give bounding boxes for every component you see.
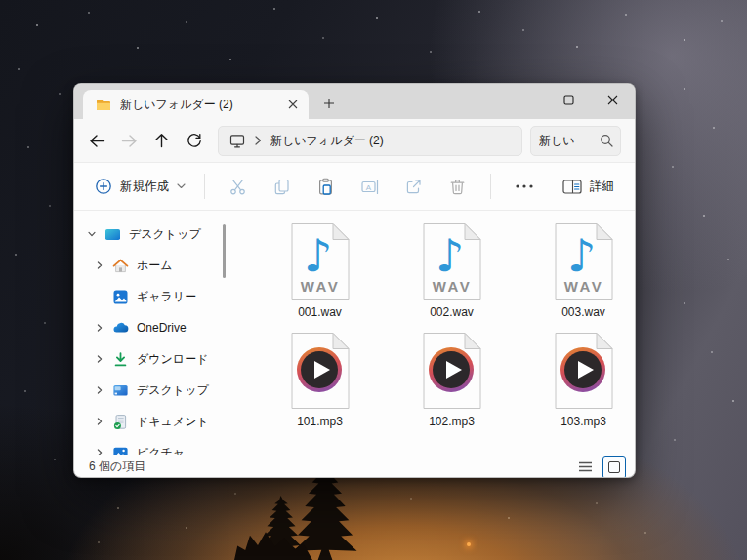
sidebar-item-documents[interactable]: ドキュメント (74, 406, 228, 437)
sidebar-item-desktop[interactable]: デスクトップ (74, 375, 228, 406)
file-name: 003.wav (561, 305, 605, 319)
files-grid: ♪ WAV 001.wav ♪ WAV (254, 222, 635, 428)
desktop-folder-icon (112, 382, 129, 399)
sidebar-item-downloads[interactable]: ダウンロード (74, 343, 228, 375)
window-controls (503, 84, 635, 116)
documents-icon (112, 414, 129, 430)
breadcrumb: 新しいフォルダー (2) (270, 133, 384, 149)
svg-text:A: A (365, 182, 371, 191)
wav-file-icon: ♪ WAV (421, 222, 483, 300)
svg-text:WAV: WAV (563, 278, 603, 295)
rename-button[interactable]: A (348, 169, 392, 204)
delete-button[interactable] (436, 169, 479, 204)
chevron-right-icon[interactable] (95, 385, 104, 395)
chevron-right-icon[interactable] (95, 417, 104, 426)
star-field (0, 0, 2, 2)
chevron-right-icon[interactable] (95, 260, 104, 270)
file-name: 002.wav (430, 305, 474, 319)
file-item-mp3[interactable]: 102.mp3 (386, 332, 518, 428)
sidebar-item-label: デスクトップ (137, 382, 209, 399)
bright-star (467, 542, 471, 546)
svg-text:WAV: WAV (300, 278, 340, 295)
file-list-area: ♪ WAV 001.wav ♪ WAV (228, 211, 635, 455)
details-pane-icon (562, 179, 582, 195)
chevron-down-icon[interactable] (87, 229, 97, 239)
file-name: 001.wav (298, 305, 342, 319)
forward-button[interactable] (113, 126, 145, 156)
navigation-bar: 新しいフォルダー (2) (74, 119, 635, 162)
navigation-sidebar: デスクトップ ホーム ギャラリー (74, 211, 228, 455)
refresh-button[interactable] (178, 126, 210, 156)
svg-text:♪: ♪ (436, 229, 464, 282)
circle-plus-icon (95, 178, 112, 195)
home-icon (112, 258, 129, 274)
sidebar-item-pictures[interactable]: ピクチャ (74, 437, 228, 455)
explorer-window: 新しいフォルダー (2) (73, 83, 636, 478)
new-button-label: 新規作成 (120, 179, 169, 195)
large-icons-view-icon (608, 461, 620, 473)
chevron-right-icon[interactable] (95, 448, 104, 455)
file-item-wav[interactable]: ♪ WAV 002.wav (386, 222, 518, 319)
tab-bar: 新しいフォルダー (2) (74, 84, 635, 119)
copy-button[interactable] (260, 169, 304, 204)
search-box[interactable] (530, 126, 621, 156)
up-button[interactable] (145, 126, 178, 156)
this-pc-icon (229, 134, 245, 148)
minimize-button[interactable] (503, 84, 547, 116)
details-view-button[interactable]: 詳細 (555, 173, 622, 201)
sidebar-item-label: ギャラリー (137, 289, 196, 305)
sidebar-item-onedrive[interactable]: OneDrive (74, 312, 228, 343)
toolbar-separator (204, 174, 205, 199)
wav-file-icon: ♪ WAV (553, 222, 615, 300)
view-toggle-group (574, 456, 626, 479)
address-bar[interactable]: 新しいフォルダー (2) (218, 126, 522, 156)
close-tab-icon[interactable] (283, 96, 302, 114)
downloads-icon (112, 351, 129, 368)
sidebar-item-label: デスクトップ (129, 226, 201, 243)
share-button[interactable] (392, 169, 436, 204)
content-area: デスクトップ ホーム ギャラリー (74, 211, 635, 455)
paste-button[interactable] (304, 169, 348, 204)
chevron-right-icon[interactable] (95, 354, 104, 364)
cut-button[interactable] (216, 169, 260, 204)
large-icons-view-button[interactable] (602, 456, 626, 479)
status-bar: 6 個の項目 (74, 455, 635, 478)
svg-text:♪: ♪ (567, 229, 596, 282)
more-options-button[interactable] (502, 169, 546, 204)
mp3-file-icon (289, 332, 352, 410)
desktop-monitor-icon (104, 226, 121, 243)
file-name: 101.mp3 (297, 415, 343, 428)
svg-text:♪: ♪ (304, 229, 332, 282)
sidebar-scrollbar[interactable] (223, 224, 226, 278)
sidebar-item-label: ホーム (137, 258, 173, 274)
sidebar-item-label: ピクチャ (137, 445, 185, 456)
onedrive-cloud-icon (112, 320, 129, 337)
search-icon (600, 134, 613, 147)
explorer-tab[interactable]: 新しいフォルダー (2) (83, 90, 309, 119)
file-item-wav[interactable]: ♪ WAV 003.wav (518, 222, 635, 319)
toolbar-separator (490, 174, 491, 199)
file-name: 103.mp3 (560, 415, 606, 428)
sidebar-item-home[interactable]: ホーム (74, 250, 228, 281)
close-window-button[interactable] (591, 84, 635, 116)
details-button-label: 詳細 (590, 179, 614, 195)
file-item-mp3[interactable]: 103.mp3 (518, 332, 635, 428)
sidebar-item-desktop-top[interactable]: デスクトップ (74, 219, 228, 250)
maximize-button[interactable] (547, 84, 591, 116)
details-list-view-button[interactable] (574, 457, 596, 478)
command-toolbar: 新規作成 A (74, 162, 635, 211)
chevron-right-icon[interactable] (95, 323, 104, 333)
new-button[interactable]: 新規作成 (87, 171, 193, 202)
file-item-wav[interactable]: ♪ WAV 001.wav (254, 222, 386, 319)
sidebar-item-label: ドキュメント (137, 414, 209, 430)
sidebar-item-gallery[interactable]: ギャラリー (74, 281, 228, 312)
pictures-icon (112, 445, 129, 456)
tab-title: 新しいフォルダー (2) (120, 97, 274, 113)
file-item-mp3[interactable]: 101.mp3 (254, 332, 386, 428)
new-tab-button[interactable] (316, 91, 342, 116)
mp3-file-icon (421, 332, 483, 410)
item-count: 6 個の項目 (89, 459, 145, 475)
search-input[interactable] (539, 134, 596, 147)
file-name: 102.mp3 (429, 415, 475, 428)
back-button[interactable] (81, 126, 113, 156)
